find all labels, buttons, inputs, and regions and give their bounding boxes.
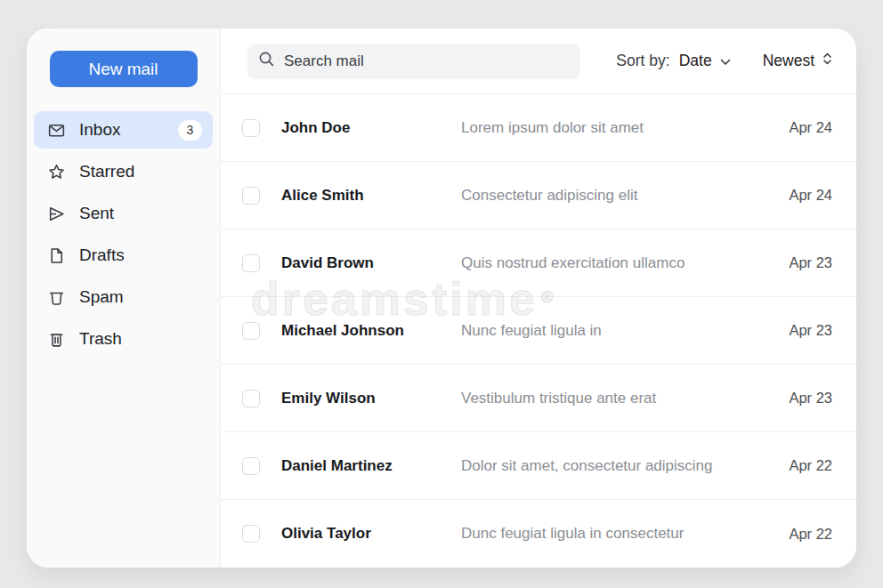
- sort-field-value: Date: [679, 52, 712, 70]
- email-row[interactable]: David BrownQuis nostrud exercitation ull…: [221, 230, 856, 297]
- email-row[interactable]: Daniel MartinezDolor sit amet, consectet…: [221, 432, 856, 500]
- search-icon: [258, 51, 275, 71]
- email-preview: Consectetur adipiscing elit: [461, 187, 774, 205]
- toolbar: Sort by: Date Newest: [221, 28, 856, 94]
- email-row[interactable]: John DoeLorem ipsum dolor sit ametApr 24: [221, 94, 856, 162]
- search-input[interactable]: [284, 52, 570, 70]
- email-sender: David Brown: [281, 254, 461, 272]
- email-preview: Lorem ipsum dolor sit amet: [461, 119, 774, 137]
- sort-controls: Sort by: Date Newest: [616, 52, 832, 70]
- folder-label: Trash: [79, 329, 122, 349]
- email-date: Apr 24: [789, 119, 832, 136]
- email-checkbox[interactable]: [242, 187, 260, 205]
- email-preview: Quis nostrud exercitation ullamco: [461, 254, 774, 272]
- chevron-down-icon: [720, 52, 731, 70]
- email-list: John DoeLorem ipsum dolor sit ametApr 24…: [221, 94, 856, 568]
- email-sender: Olivia Taylor: [281, 525, 461, 543]
- send-icon: [47, 205, 66, 223]
- email-row[interactable]: Emily WilsonVestibulum tristique ante er…: [221, 365, 856, 432]
- unread-count-badge: 3: [178, 120, 202, 141]
- email-preview: Dunc feugiat ligula in consectetur: [461, 525, 774, 543]
- sort-arrows-icon: [822, 52, 832, 70]
- folder-list: Inbox3StarredSentDraftsSpamTrash: [27, 111, 220, 358]
- email-row[interactable]: Olivia TaylorDunc feugiat ligula in cons…: [221, 500, 856, 568]
- folder-label: Drafts: [79, 246, 125, 265]
- email-checkbox[interactable]: [242, 525, 260, 543]
- email-preview: Nunc feugiat ligula in: [461, 322, 774, 340]
- email-sender: Michael Johnson: [281, 322, 461, 340]
- sidebar-item-spam[interactable]: Spam: [34, 278, 213, 316]
- trash-icon: [47, 330, 66, 349]
- email-preview: Vestibulum tristique ante erat: [461, 390, 774, 407]
- email-date: Apr 22: [789, 526, 832, 543]
- spam-icon: [47, 288, 66, 307]
- new-mail-button[interactable]: New mail: [50, 51, 198, 87]
- mail-app-window: New mail Inbox3StarredSentDraftsSpamTras…: [27, 28, 856, 568]
- sort-by-label: Sort by:: [616, 52, 669, 70]
- sidebar-item-starred[interactable]: Starred: [34, 153, 213, 190]
- mail-main-panel: Sort by: Date Newest: [221, 28, 856, 568]
- folder-label: Starred: [79, 162, 134, 181]
- email-row[interactable]: Alice SmithConsectetur adipiscing elitAp…: [221, 162, 856, 230]
- email-date: Apr 23: [789, 390, 832, 407]
- sidebar-item-trash[interactable]: Trash: [34, 320, 213, 358]
- email-checkbox[interactable]: [242, 390, 260, 407]
- sidebar-item-sent[interactable]: Sent: [34, 195, 213, 232]
- star-icon: [47, 163, 66, 181]
- email-checkbox[interactable]: [242, 254, 260, 272]
- email-sender: Alice Smith: [281, 187, 461, 205]
- email-sender: Emily Wilson: [281, 390, 461, 407]
- sidebar-item-drafts[interactable]: Drafts: [34, 237, 213, 274]
- sort-field-dropdown[interactable]: Date: [679, 52, 731, 70]
- email-sender: Daniel Martinez: [281, 457, 461, 475]
- sidebar: New mail Inbox3StarredSentDraftsSpamTras…: [27, 28, 221, 568]
- email-checkbox[interactable]: [242, 457, 260, 475]
- search-box[interactable]: [247, 44, 580, 79]
- email-date: Apr 22: [789, 457, 832, 474]
- email-preview: Dolor sit amet, consectetur adipiscing: [461, 457, 774, 475]
- folder-label: Spam: [79, 287, 124, 307]
- email-date: Apr 24: [789, 187, 832, 204]
- drafts-icon: [47, 246, 66, 265]
- inbox-icon: [47, 121, 66, 140]
- email-date: Apr 23: [789, 254, 832, 271]
- folder-label: Sent: [79, 204, 114, 223]
- email-checkbox[interactable]: [242, 119, 260, 137]
- email-checkbox[interactable]: [242, 322, 260, 340]
- sidebar-item-inbox[interactable]: Inbox3: [34, 111, 213, 149]
- email-date: Apr 23: [789, 322, 832, 339]
- email-row[interactable]: Michael JohnsonNunc feugiat ligula inApr…: [221, 297, 856, 365]
- sort-order-value: Newest: [763, 52, 814, 70]
- folder-label: Inbox: [79, 120, 120, 140]
- email-sender: John Doe: [281, 119, 461, 137]
- sort-order-toggle[interactable]: Newest: [763, 52, 832, 70]
